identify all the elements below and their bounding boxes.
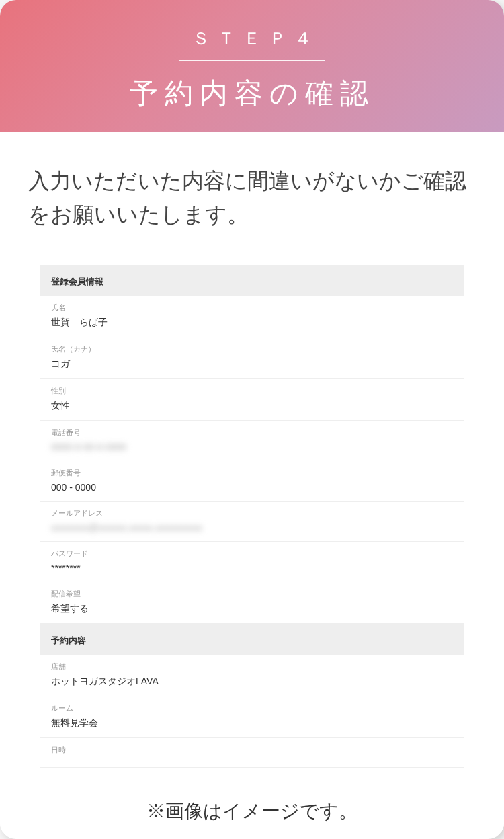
field-label: 郵便番号 [51, 468, 453, 478]
section-title-member: 登録会員情報 [40, 265, 464, 296]
field-label: 性別 [51, 386, 453, 396]
field-label: 氏名 [51, 303, 453, 313]
field-email: メールアドレス xxxxxxxx@xxxxxx.xxxxx.xxxxxxxxxx [40, 502, 464, 542]
confirmation-card: ＳＴＥＰ４ 予約内容の確認 入力いただいた内容に間違いがないかご確認をお願いいた… [0, 0, 504, 839]
field-value: 希望する [51, 603, 453, 615]
field-value: ヨガ [51, 358, 453, 370]
field-label: 店舗 [51, 662, 453, 672]
field-kana: 氏名（カナ） ヨガ [40, 337, 464, 379]
field-value-redacted: xxxxxxxx@xxxxxx.xxxxx.xxxxxxxxxx [51, 522, 453, 533]
footer-note: ※画像はイメージです。 [0, 791, 504, 832]
header-banner: ＳＴＥＰ４ 予約内容の確認 [0, 0, 504, 132]
field-label: メールアドレス [51, 508, 453, 518]
field-value: 世賀 らば子 [51, 317, 453, 329]
field-gender: 性別 女性 [40, 379, 464, 421]
field-room: ルーム 無料見学会 [40, 696, 464, 738]
field-label: 日時 [51, 745, 453, 755]
field-value: ******** [51, 563, 453, 573]
field-label: パスワード [51, 549, 453, 559]
field-label: 氏名（カナ） [51, 344, 453, 354]
field-value: 女性 [51, 400, 453, 412]
step-label: ＳＴＥＰ４ [179, 27, 325, 61]
field-value: ホットヨガスタジオLAVA [51, 676, 453, 688]
field-store: 店舗 ホットヨガスタジオLAVA [40, 655, 464, 696]
field-postal: 郵便番号 000 - 0000 [40, 461, 464, 502]
header-title: 予約内容の確認 [13, 75, 491, 112]
field-value: 000 - 0000 [51, 482, 453, 493]
field-value: 無料見学会 [51, 717, 453, 729]
field-label: 配信希望 [51, 589, 453, 599]
field-label: 電話番号 [51, 428, 453, 438]
field-name: 氏名 世賀 らば子 [40, 296, 464, 337]
field-label: ルーム [51, 703, 453, 713]
form-container: 登録会員情報 氏名 世賀 らば子 氏名（カナ） ヨガ 性別 女性 電話番号 00… [40, 265, 464, 768]
field-subscribe: 配信希望 希望する [40, 582, 464, 624]
field-date: 日時 [40, 738, 464, 768]
description-text: 入力いただいた内容に間違いがないかご確認をお願いいたします。 [0, 132, 504, 245]
field-value-redacted: 0000-0-00-0-0000 [51, 442, 453, 452]
section-title-reservation: 予約内容 [40, 624, 464, 655]
field-phone: 電話番号 0000-0-00-0-0000 [40, 421, 464, 461]
field-password: パスワード ******** [40, 542, 464, 582]
